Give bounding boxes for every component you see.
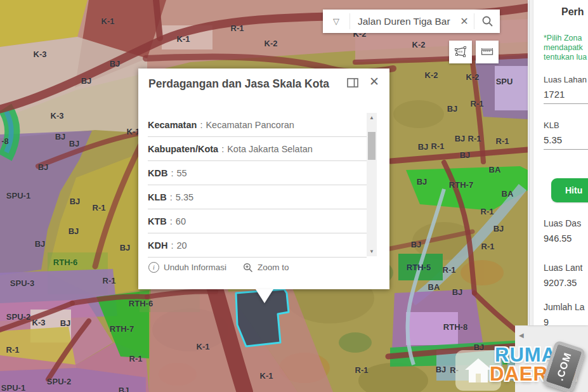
attribute-row: KLB:5.35 (148, 185, 367, 209)
popup-callout-arrow (256, 289, 273, 303)
result-jumlah-lantai: Jumlah La 9 (544, 302, 588, 327)
search-clear-button[interactable]: ✕ (455, 10, 474, 33)
info-icon: i (148, 262, 159, 273)
sidebar-gutter (530, 0, 533, 325)
measure-area-icon (454, 45, 467, 59)
scroll-down-icon[interactable]: ▼ (367, 247, 377, 256)
search-dropdown-button[interactable]: ▽ (323, 10, 350, 33)
zoom-to-link[interactable]: Zoom to (243, 263, 289, 273)
measure-area-button[interactable] (449, 41, 472, 63)
hitung-button[interactable]: Hitu (551, 178, 588, 202)
zoom-in-icon (243, 263, 253, 273)
attribute-row: KTB:60 (148, 209, 367, 233)
collapse-panel-icon[interactable]: ◀ (519, 332, 524, 339)
field-luas-lahan: Luas Lahan 1721 (544, 75, 588, 104)
search-submit-button[interactable] (474, 10, 500, 33)
popup-scrollbar[interactable]: ▲ ▼ (367, 113, 377, 256)
popup-attribute-list: Kecamatan:Kecamatan Pancoran Kabupaten/K… (148, 113, 367, 258)
close-icon: ✕ (460, 15, 468, 27)
measure-distance-icon (480, 45, 494, 59)
bottom-right-panel: ◀ (515, 325, 588, 392)
klb-input[interactable]: 5.35 (544, 134, 588, 150)
search-bar: ▽ ✕ (323, 10, 500, 33)
close-icon[interactable]: ✕ (368, 74, 381, 89)
result-luas-dasar: Luas Das 946.55 (544, 218, 588, 244)
dock-icon[interactable] (346, 77, 359, 88)
attribute-row: KDH:20 (148, 233, 367, 258)
attribute-row: Kecamatan:Kecamatan Pancoran (148, 113, 367, 137)
chevron-down-icon: ▽ (333, 16, 339, 26)
sidebar-title: Perh (561, 6, 584, 18)
scroll-up-icon[interactable]: ▲ (367, 113, 377, 122)
calculation-sidebar: Perh *Pilih Zona mendapatk tentukan lua … (529, 0, 588, 325)
result-luas-lantai: Luas Lant 9207.35 (544, 263, 588, 288)
luas-lahan-input[interactable]: 1721 (544, 89, 588, 104)
search-icon (481, 15, 493, 27)
popup-footer: i Unduh Informasi Zoom to (148, 262, 289, 273)
scroll-thumb[interactable] (368, 132, 376, 160)
attribute-row: Kabupaten/Kota:Kota Jakarta Selatan (148, 137, 367, 161)
feature-popup: Perdagangan dan Jasa Skala Kota ✕ Kecama… (138, 69, 389, 289)
download-info-link[interactable]: i Unduh Informasi (148, 262, 226, 273)
search-input[interactable] (350, 10, 455, 33)
attribute-row: KDB:55 (148, 161, 367, 185)
field-klb: KLB 5.35 (544, 121, 588, 150)
measure-distance-button[interactable] (476, 41, 499, 63)
popup-title: Perdagangan dan Jasa Skala Kota (148, 77, 345, 92)
sidebar-note: *Pilih Zona mendapatk tentukan lua (544, 34, 587, 62)
